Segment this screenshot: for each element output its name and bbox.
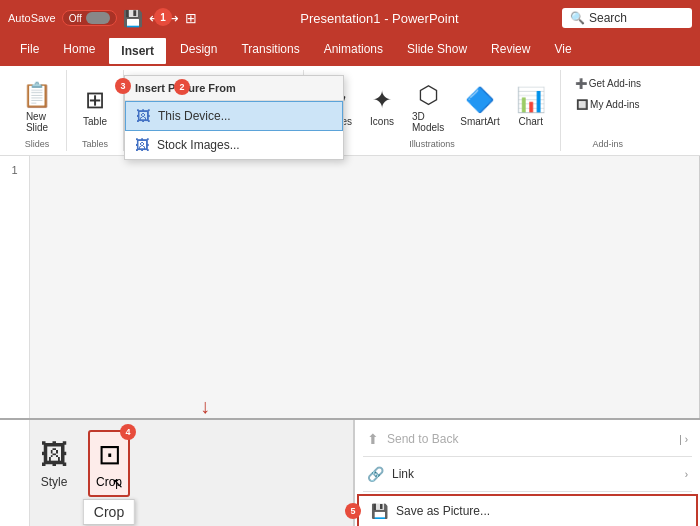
- tab-review[interactable]: Review: [479, 36, 542, 66]
- left-bottom-panel: 🖼 Style 4 ⊡ Crop ↖ Crop →: [30, 420, 354, 526]
- chart-button[interactable]: 📊 Chart: [510, 82, 552, 131]
- search-box[interactable]: 🔍 Search: [562, 8, 692, 28]
- link-chevron: ›: [685, 469, 688, 480]
- addins-group-label: Add-ins: [593, 139, 624, 151]
- new-slide-button[interactable]: 📋 NewSlide: [16, 77, 58, 137]
- bottom-area: 🖼 Style 4 ⊡ Crop ↖ Crop →: [0, 418, 700, 526]
- table-button[interactable]: ⊞ Table: [75, 82, 115, 131]
- crop-icon: ⊡: [98, 438, 121, 471]
- style-button[interactable]: 🖼 Style: [40, 438, 68, 489]
- crop-button[interactable]: 4 ⊡ Crop ↖ Crop: [88, 430, 130, 497]
- smartart-button[interactable]: 🔷 SmartArt: [454, 82, 505, 131]
- autosave-badge[interactable]: Off: [62, 10, 117, 26]
- step4-circle: 4: [120, 424, 136, 440]
- my-addins-button[interactable]: 🔲 My Add-ins: [570, 95, 645, 114]
- bottom-slide-number: [0, 420, 30, 526]
- step5-circle: 5: [345, 503, 361, 519]
- tab-file[interactable]: File: [8, 36, 51, 66]
- get-addins-label: Get Add-ins: [589, 78, 641, 89]
- icons-button[interactable]: ✦ Icons: [362, 82, 402, 131]
- stock-images-label: Stock Images...: [157, 138, 240, 152]
- get-addins-icon: ➕: [575, 78, 587, 89]
- title-bar: AutoSave Off 💾 ↩ ↪ ⊞ Presentation1 - Pow…: [0, 0, 700, 36]
- slides-group-label: Slides: [25, 139, 50, 151]
- 3d-models-label: 3DModels: [412, 111, 444, 133]
- tables-group-label: Tables: [82, 139, 108, 151]
- crop-tooltip: Crop: [83, 499, 135, 525]
- autosave-label: AutoSave: [8, 12, 56, 24]
- dropdown-stock-images[interactable]: 🖼 Stock Images...: [125, 131, 343, 159]
- divider-2: [363, 491, 692, 492]
- title-bar-title: Presentation1 - PowerPoint: [300, 11, 458, 26]
- icons-icon: ✦: [372, 86, 392, 114]
- save-as-picture-label: Save as Picture...: [396, 504, 490, 518]
- smartart-label: SmartArt: [460, 116, 499, 127]
- search-label: Search: [589, 11, 627, 25]
- link-label: Link: [392, 467, 414, 481]
- ribbon-body: 📋 NewSlide Slides ⊞ Table Tables 1 2 🖼 P…: [0, 66, 700, 156]
- send-to-back-left: ⬆ Send to Back: [367, 431, 458, 447]
- tab-animations[interactable]: Animations: [312, 36, 395, 66]
- illustrations-group-label: Illustrations: [409, 139, 455, 151]
- autosave-off-label: Off: [69, 13, 82, 24]
- tab-slideshow[interactable]: Slide Show: [395, 36, 479, 66]
- 3d-models-icon: ⬡: [418, 81, 439, 109]
- new-slide-icon: 📋: [22, 81, 52, 109]
- chart-icon: 📊: [516, 86, 546, 114]
- ribbon-group-images: 1 2 🖼 Pictures ↖ 📷 Screenshot 🖼 PhotoAlb…: [124, 70, 304, 151]
- save-as-picture-left: 💾 Save as Picture...: [371, 503, 490, 519]
- style-icon: 🖼: [40, 438, 68, 471]
- send-to-back-icon: ⬆: [367, 431, 379, 447]
- link-icon: 🔗: [367, 466, 384, 482]
- stock-images-icon: 🖼: [135, 137, 149, 153]
- bottom-tools: 🖼 Style 4 ⊡ Crop ↖ Crop: [40, 430, 343, 497]
- this-device-icon: 🖼: [136, 108, 150, 124]
- main-area: 1 ↓: [0, 156, 700, 418]
- cursor-on-crop: ↖: [112, 475, 124, 491]
- my-addins-label: My Add-ins: [590, 99, 639, 110]
- my-addins-icon: 🔲: [576, 99, 588, 110]
- send-to-back-label: Send to Back: [387, 432, 458, 446]
- right-bottom-panel: ⬆ Send to Back | › 🔗 Link › 5 💾 Save as …: [355, 420, 700, 526]
- step1-circle: 1: [154, 8, 172, 26]
- dropdown-header: Insert Picture From: [125, 76, 343, 101]
- tab-transitions[interactable]: Transitions: [229, 36, 311, 66]
- ribbon-group-addins: ➕ Get Add-ins 🔲 My Add-ins Add-ins: [561, 70, 655, 151]
- link-item[interactable]: 🔗 Link ›: [355, 459, 700, 489]
- step2-circle: 2: [174, 79, 190, 95]
- ribbon-group-slides: 📋 NewSlide Slides: [8, 70, 67, 151]
- tab-home[interactable]: Home: [51, 36, 107, 66]
- slide-number: 1: [0, 156, 30, 418]
- dropdown-this-device[interactable]: 3 🖼 This Device...: [125, 101, 343, 131]
- 3d-models-button[interactable]: ⬡ 3DModels: [406, 77, 450, 137]
- dropdown-menu: Insert Picture From 3 🖼 This Device... 🖼…: [124, 75, 344, 160]
- tab-design[interactable]: Design: [168, 36, 229, 66]
- crop-tooltip-text: Crop: [94, 504, 124, 520]
- smartart-icon: 🔷: [465, 86, 495, 114]
- table-label: Table: [83, 116, 107, 127]
- get-addins-button[interactable]: ➕ Get Add-ins: [569, 74, 647, 93]
- chart-label: Chart: [518, 116, 542, 127]
- slide-canvas: ↓: [30, 156, 700, 418]
- customize-icon[interactable]: ⊞: [185, 10, 197, 26]
- search-icon: 🔍: [570, 11, 585, 25]
- tab-view[interactable]: Vie: [542, 36, 583, 66]
- autosave-toggle[interactable]: [86, 12, 110, 24]
- table-icon: ⊞: [85, 86, 105, 114]
- send-to-back-item[interactable]: ⬆ Send to Back | ›: [355, 424, 700, 454]
- tab-insert[interactable]: Insert: [107, 36, 168, 66]
- save-as-picture-item[interactable]: 💾 Save as Picture...: [357, 494, 698, 526]
- new-slide-label: NewSlide: [26, 111, 48, 133]
- title-bar-right: 🔍 Search: [562, 8, 692, 28]
- save-as-picture-icon: 💾: [371, 503, 388, 519]
- arrow-down-1: ↓: [200, 395, 210, 418]
- ribbon-tabs: File Home Insert Design Transitions Anim…: [0, 36, 700, 66]
- divider-1: [363, 456, 692, 457]
- step3-circle: 3: [115, 78, 131, 94]
- send-to-back-chevron: | ›: [679, 434, 688, 445]
- style-label: Style: [41, 475, 68, 489]
- link-left: 🔗 Link: [367, 466, 414, 482]
- save-icon[interactable]: 💾: [123, 9, 143, 28]
- this-device-label: This Device...: [158, 109, 231, 123]
- icons-label: Icons: [370, 116, 394, 127]
